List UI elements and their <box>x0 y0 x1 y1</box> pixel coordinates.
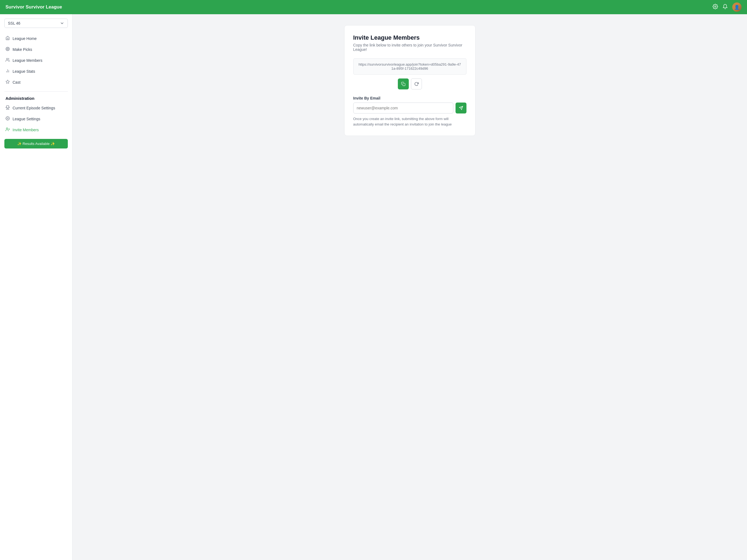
email-section-label: Invite By Email <box>353 96 466 100</box>
bar-chart-icon <box>5 69 10 74</box>
invite-link-display: https://survivorsurvivorleague.app/join?… <box>353 58 466 75</box>
nav-label-league-settings: League Settings <box>12 117 40 121</box>
svg-point-2 <box>6 48 9 50</box>
users-icon <box>5 58 10 63</box>
email-row <box>353 103 466 113</box>
nav-label-cast: Cast <box>12 80 21 84</box>
cast-icon <box>5 80 10 85</box>
trophy-icon <box>5 105 10 111</box>
topnav: Survivor Survivor League 👤 <box>0 0 747 14</box>
nav-item-league-stats[interactable]: League Stats <box>2 66 70 77</box>
email-input[interactable] <box>353 103 453 113</box>
nav-label-invite-members: Invite Members <box>12 128 39 132</box>
svg-point-0 <box>715 6 716 7</box>
refresh-link-button[interactable] <box>411 78 422 90</box>
svg-point-9 <box>7 118 8 119</box>
svg-point-3 <box>7 49 8 50</box>
svg-marker-8 <box>6 80 9 83</box>
league-dropdown[interactable]: SSL 46 <box>4 19 68 28</box>
nav-item-league-home[interactable]: League Home <box>2 33 70 44</box>
home-icon <box>5 36 10 41</box>
sidebar-divider <box>4 91 68 92</box>
avatar[interactable]: 👤 <box>732 2 742 12</box>
results-available-button[interactable]: ✨ Results Available ✨ <box>4 139 68 149</box>
copy-link-button[interactable] <box>398 78 409 90</box>
refresh-icon <box>414 82 419 86</box>
nav-item-cast[interactable]: Cast <box>2 77 70 87</box>
league-dropdown-value: SSL 46 <box>8 21 20 25</box>
card-title: Invite League Members <box>353 34 466 41</box>
nav-item-make-picks[interactable]: Make Picks <box>2 44 70 55</box>
nav-label-current-episode-settings: Current Episode Settings <box>12 106 55 110</box>
card-subtitle: Copy the link below to invite others to … <box>353 43 466 52</box>
gear-icon <box>5 116 10 122</box>
admin-section-title: Administration <box>0 95 72 103</box>
send-icon <box>459 106 463 110</box>
svg-point-10 <box>6 128 8 129</box>
nav-item-invite-members[interactable]: Invite Members <box>2 125 70 135</box>
nav-label-league-home: League Home <box>12 36 36 41</box>
admin-nav: Current Episode Settings League Settings <box>0 103 72 136</box>
copy-icon <box>401 82 406 86</box>
app-brand: Survivor Survivor League <box>5 4 62 10</box>
svg-point-4 <box>6 58 8 59</box>
chevron-down-icon <box>60 21 64 25</box>
settings-icon[interactable] <box>713 4 718 11</box>
nav-item-league-settings[interactable]: League Settings <box>2 114 70 124</box>
layout: SSL 46 League Home <box>0 14 747 560</box>
main-content: Invite League Members Copy the link belo… <box>73 14 747 560</box>
user-plus-icon <box>5 127 10 133</box>
nav-label-league-members: League Members <box>12 58 42 62</box>
email-help-text: Once you create an invite link, submitti… <box>353 116 466 127</box>
nav-item-league-members[interactable]: League Members <box>2 55 70 66</box>
nav-item-current-episode-settings[interactable]: Current Episode Settings <box>2 103 70 113</box>
topnav-actions: 👤 <box>713 2 742 12</box>
svg-rect-13 <box>403 83 405 86</box>
send-invite-button[interactable] <box>456 103 466 113</box>
link-actions <box>353 78 466 90</box>
nav-label-league-stats: League Stats <box>12 69 35 74</box>
nav-label-make-picks: Make Picks <box>12 47 32 52</box>
avatar-image: 👤 <box>732 2 742 12</box>
invite-card: Invite League Members Copy the link belo… <box>344 25 475 136</box>
main-nav: League Home Make Picks <box>0 33 72 88</box>
svg-point-1 <box>6 47 9 51</box>
sidebar: SSL 46 League Home <box>0 14 73 560</box>
target-icon <box>5 47 10 52</box>
bell-icon[interactable] <box>722 4 728 11</box>
